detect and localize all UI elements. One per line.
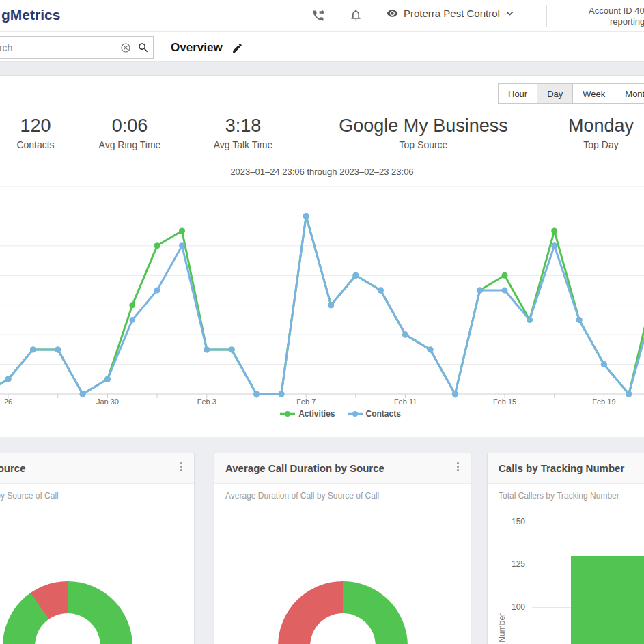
stat-avg-ring-time: 0:06 Avg Ring Time xyxy=(99,115,161,150)
chart-legend: Activities Contacts xyxy=(18,409,644,419)
eye-icon xyxy=(387,8,398,19)
stat-label: Avg Talk Time xyxy=(214,139,273,150)
stat-label: Top Source xyxy=(339,139,508,150)
page-title: Overview xyxy=(171,41,223,55)
dashboard-page: { "header": { "logo_text": "gMetrics", "… xyxy=(0,0,644,644)
card-subtitle: Total Callers by Source of Call xyxy=(0,491,59,501)
svg-text:Feb 15: Feb 15 xyxy=(493,397,516,406)
section-divider-band xyxy=(0,61,644,76)
calls-by-tracking-number-card: Calls by Tracking Number Total Callers b… xyxy=(487,453,644,644)
stat-value: Monday xyxy=(568,115,634,137)
time-range-month-button[interactable]: Month xyxy=(615,83,644,104)
card-menu-kebab-icon[interactable] xyxy=(178,462,184,475)
legend-item-activities[interactable]: Activities xyxy=(280,409,335,419)
account-switcher-label: Proterra Pest Control xyxy=(404,8,500,19)
stat-value: Google My Business xyxy=(339,115,508,137)
bar-ytick-125: 125 xyxy=(488,559,525,569)
stat-contacts: 120 Contacts xyxy=(16,115,54,150)
card-header: Calls by Tracking Number xyxy=(488,453,644,484)
account-switcher-dropdown[interactable]: Proterra Pest Control xyxy=(387,8,514,19)
card-menu-kebab-icon[interactable] xyxy=(454,462,461,475)
legend-marker-icon xyxy=(348,410,363,417)
notifications-bell-icon[interactable] xyxy=(349,8,363,25)
activities-contacts-line-chart: 26Jan 30Feb 3Feb 7Feb 11Feb 15Feb 19 xyxy=(0,184,644,410)
avg-call-duration-card: Average Call Duration by Source Average … xyxy=(214,453,471,644)
bar-gridline xyxy=(532,522,644,522)
card-subtitle: Total Callers by Tracking Number xyxy=(499,491,619,501)
account-id-text: Account ID 4064 xyxy=(589,5,644,16)
legend-marker-icon xyxy=(280,410,295,417)
card-title: Calls by Tracking Number xyxy=(499,462,624,474)
avg-call-duration-donut xyxy=(278,581,408,644)
phone-forwarded-icon[interactable] xyxy=(311,9,325,25)
overview-panel: Hour Day Week Month 120 Contacts 0:06 Av… xyxy=(0,76,644,437)
card-header: Calls by Source xyxy=(0,453,194,484)
svg-text:Feb 3: Feb 3 xyxy=(197,397,216,406)
app-logo[interactable]: gMetrics xyxy=(1,7,60,23)
card-subtitle: Average Duration of Call by Source of Ca… xyxy=(225,491,379,501)
bar-ytick-100: 100 xyxy=(488,602,525,612)
clear-search-icon[interactable] xyxy=(120,42,131,53)
stat-value: 0:06 xyxy=(99,115,161,137)
calls-by-source-card: Calls by Source Total Callers by Source … xyxy=(0,453,195,644)
chevron-down-icon xyxy=(505,9,514,18)
account-email-text: reporting@ xyxy=(610,16,644,27)
card-title: Calls by Source xyxy=(0,462,26,474)
time-range-week-button[interactable]: Week xyxy=(572,83,615,104)
svg-text:Feb 7: Feb 7 xyxy=(296,397,316,406)
svg-text:26: 26 xyxy=(4,397,12,406)
search-icon[interactable] xyxy=(137,42,150,54)
stat-label: Avg Ring Time xyxy=(99,139,161,150)
time-range-hour-button[interactable]: Hour xyxy=(498,83,537,104)
stat-top-day: Monday Top Day xyxy=(568,115,634,150)
svg-text:Feb 11: Feb 11 xyxy=(394,397,417,406)
topbar-divider xyxy=(546,5,547,27)
stat-label: Top Day xyxy=(568,139,634,150)
page-title-block: Overview xyxy=(171,41,243,55)
stat-avg-talk-time: 3:18 Avg Talk Time xyxy=(214,115,273,150)
legend-item-contacts[interactable]: Contacts xyxy=(348,409,401,419)
search-input[interactable]: Search xyxy=(0,36,154,59)
stats-top-border xyxy=(0,111,644,111)
card-title: Average Call Duration by Source xyxy=(225,462,384,474)
time-range-day-button[interactable]: Day xyxy=(537,83,573,104)
card-header: Average Call Duration by Source xyxy=(214,453,471,484)
svg-text:Feb 19: Feb 19 xyxy=(592,397,615,406)
bar-ytick-150: 150 xyxy=(488,517,525,527)
stat-label: Contacts xyxy=(16,139,54,150)
stat-value: 3:18 xyxy=(214,115,273,137)
calls-by-source-donut xyxy=(3,581,132,644)
tracking-number-bar xyxy=(571,556,644,644)
top-bar: gMetrics Proterra Pest Control Account I… xyxy=(0,0,644,32)
search-placeholder-text: Search xyxy=(0,42,12,53)
svg-text:Jan 30: Jan 30 xyxy=(96,397,119,406)
stat-value: 120 xyxy=(16,115,54,137)
time-range-button-group: Hour Day Week Month xyxy=(499,83,644,104)
edit-pencil-icon[interactable] xyxy=(232,42,243,54)
date-range-text: 2023–01–24 23:06 through 2023–02–23 23:0… xyxy=(0,167,644,177)
bar-y-axis-title: Callers by Tracking Number xyxy=(497,613,507,644)
stat-top-source: Google My Business Top Source xyxy=(339,115,508,150)
